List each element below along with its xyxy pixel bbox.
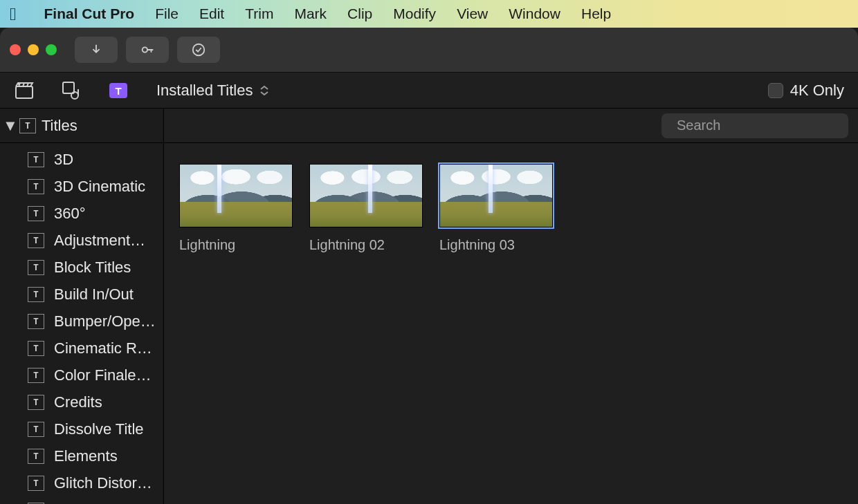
menu-trim[interactable]: Trim [245, 6, 273, 22]
title-card[interactable]: Lightning 02 [309, 164, 423, 253]
sidebar-item-label: Credits [54, 393, 102, 411]
sidebar-item[interactable]: TAdjustment… [0, 227, 163, 254]
app-menu[interactable]: Final Cut Pro [44, 6, 135, 22]
title-thumbnail[interactable] [439, 164, 553, 227]
sidebar-item[interactable]: T3D Cinematic [0, 173, 163, 200]
sidebar-item-label: Elements [54, 447, 118, 465]
svg-point-1 [193, 44, 205, 56]
title-card-label: Lightning 02 [309, 237, 423, 253]
browser-body: ▼ T Titles T3DT3D CinematicT360°TAdjustm… [0, 109, 858, 504]
download-icon [89, 42, 104, 57]
titles-category-icon: T [28, 449, 44, 464]
sidebar-root-label: Titles [42, 117, 77, 135]
menu-modify[interactable]: Modify [393, 6, 436, 22]
keyword-editor-button[interactable] [126, 37, 169, 63]
title-card[interactable]: Lightning [179, 164, 293, 253]
svg-text:T: T [115, 85, 121, 97]
photos-audio-tab[interactable] [61, 80, 82, 101]
sidebar-item[interactable]: TGlitch Titles… [0, 496, 163, 504]
fourk-only-label: 4K Only [790, 82, 844, 100]
titles-generators-tab[interactable]: T [108, 80, 129, 101]
media-icon [61, 80, 82, 101]
search-input[interactable] [677, 118, 852, 133]
background-tasks-button[interactable] [177, 37, 220, 63]
svg-point-0 [143, 47, 147, 52]
import-button[interactable] [75, 37, 118, 63]
sidebar-item[interactable]: TBuild In/Out [0, 281, 163, 308]
menu-edit[interactable]: Edit [199, 6, 224, 22]
title-thumbnail[interactable] [179, 164, 293, 227]
titles-category-icon: T [28, 422, 44, 437]
sidebar-item[interactable]: TElements [0, 442, 163, 469]
titles-category-icon: T [28, 341, 44, 356]
titles-folder-icon: T [19, 118, 36, 133]
menu-file[interactable]: File [155, 6, 179, 22]
content-area: LightningLightning 02Lightning 03 [164, 109, 858, 504]
sidebar-item[interactable]: TColor Finale… [0, 362, 163, 389]
sidebar-item-label: 360° [54, 205, 86, 223]
key-icon [140, 42, 155, 57]
sidebar-item-label: 3D Cinematic [54, 178, 145, 196]
title-card-label: Lightning [179, 237, 293, 253]
titles-category-icon: T [28, 368, 44, 383]
sidebar-item-label: Color Finale… [54, 366, 152, 384]
menu-clip[interactable]: Clip [347, 6, 372, 22]
close-window-button[interactable] [10, 44, 21, 55]
browser-mode-tabs: T [14, 80, 129, 101]
sidebar-item-label: Glitch Distor… [54, 474, 152, 492]
sidebar-item[interactable]: T3D [0, 146, 163, 173]
libraries-tab[interactable] [14, 80, 35, 101]
titles-category-icon: T [28, 287, 44, 302]
menu-window[interactable]: Window [509, 6, 560, 22]
sidebar-item-label: Bumper/Ope… [54, 312, 156, 330]
sidebar-item-label: Build In/Out [54, 286, 134, 304]
sidebar-item[interactable]: T360° [0, 200, 163, 227]
sidebar-list: T3DT3D CinematicT360°TAdjustment…TBlock … [0, 143, 163, 504]
titles-category-icon: T [28, 206, 44, 221]
sidebar-item-label: 3D [54, 151, 73, 169]
sidebar-item[interactable]: TCinematic R… [0, 335, 163, 362]
titles-category-icon: T [28, 314, 44, 329]
sidebar-item[interactable]: TBlock Titles [0, 254, 163, 281]
sidebar-item[interactable]: TDissolve Title [0, 416, 163, 442]
svg-point-5 [71, 92, 78, 99]
checkbox-icon [768, 83, 783, 98]
results-grid: LightningLightning 02Lightning 03 [164, 143, 858, 274]
content-toolbar [164, 109, 858, 143]
sidebar-item[interactable]: TCredits [0, 389, 163, 416]
title-card-label: Lightning 03 [439, 237, 553, 253]
menu-view[interactable]: View [457, 6, 488, 22]
sidebar-item[interactable]: TGlitch Distor… [0, 469, 163, 496]
menu-help[interactable]: Help [581, 6, 611, 22]
apple-menu-icon[interactable]:  [10, 3, 17, 25]
window-controls [10, 44, 57, 55]
titles-category-icon: T [28, 476, 44, 491]
disclosure-triangle-icon: ▼ [3, 117, 14, 135]
menubar:  Final Cut Pro File Edit Trim Mark Clip… [0, 0, 858, 28]
svg-rect-4 [63, 82, 74, 93]
titles-category-icon: T [28, 395, 44, 410]
category-dropdown[interactable]: Installed Titles [156, 82, 269, 100]
titles-icon: T [108, 80, 129, 101]
titles-category-icon: T [28, 179, 44, 194]
sidebar-root[interactable]: ▼ T Titles [0, 109, 163, 143]
title-card[interactable]: Lightning 03 [439, 164, 553, 253]
sidebar-item-label: Block Titles [54, 259, 131, 277]
clapperboard-icon [14, 80, 35, 101]
menu-mark[interactable]: Mark [294, 6, 327, 22]
sidebar-item-label: Adjustment… [54, 232, 145, 250]
sidebar-item[interactable]: TBumper/Ope… [0, 308, 163, 335]
browser-header: T Installed Titles 4K Only [0, 73, 858, 109]
category-dropdown-label: Installed Titles [156, 82, 253, 100]
search-field[interactable] [661, 113, 848, 138]
fourk-only-toggle[interactable]: 4K Only [768, 82, 844, 100]
titles-category-icon: T [28, 260, 44, 275]
svg-rect-2 [16, 86, 33, 98]
titles-category-icon: T [28, 152, 44, 167]
dropdown-chevrons-icon [259, 85, 269, 96]
title-thumbnail[interactable] [309, 164, 423, 227]
zoom-window-button[interactable] [46, 44, 57, 55]
window-titlebar [0, 28, 858, 73]
minimize-window-button[interactable] [28, 44, 39, 55]
sidebar-item-label: Cinematic R… [54, 339, 152, 357]
